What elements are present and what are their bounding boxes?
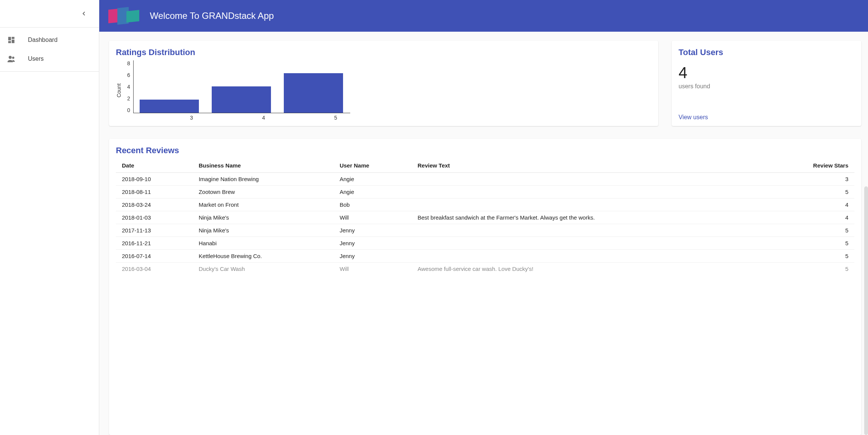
chevron-left-icon: [81, 11, 87, 17]
table-row[interactable]: 2017-11-13Ninja Mike'sJenny5: [116, 224, 854, 237]
sidebar-item-users[interactable]: Users: [0, 49, 99, 68]
table-cell: Imagine Nation Brewing: [192, 173, 333, 186]
svg-rect-1: [12, 37, 14, 39]
table-cell: Jenny: [334, 224, 412, 237]
app-root: Dashboard Users Welcome To GRANDstack Ap…: [0, 0, 868, 435]
table-cell: Hanabi: [192, 237, 333, 250]
table-cell: 2018-09-10: [116, 173, 192, 186]
col-stars[interactable]: Review Stars: [766, 158, 854, 173]
users-icon: [7, 54, 16, 63]
table-cell: Ducky's Car Wash: [192, 263, 333, 275]
card-title: Total Users: [679, 48, 854, 57]
table-row[interactable]: 2016-03-04Ducky's Car WashWillAwesome fu…: [116, 263, 854, 275]
table-cell: Best breakfast sandwich at the Farmer's …: [412, 211, 766, 224]
table-cell: Market on Front: [192, 198, 333, 211]
ytick: 6: [127, 72, 130, 78]
xtick: 3: [162, 115, 221, 121]
card-title: Ratings Distribution: [116, 48, 651, 57]
table-cell: 2018-03-24: [116, 198, 192, 211]
xtick: 5: [306, 115, 365, 121]
main: Welcome To GRANDstack App Ratings Distri…: [99, 0, 868, 435]
table-cell: 2016-03-04: [116, 263, 192, 275]
chart-yaxis: 8 6 4 2 0: [127, 60, 133, 113]
table-cell: [412, 224, 766, 237]
chart-plot-area: [133, 60, 350, 113]
sidebar-item-label: Users: [28, 55, 44, 62]
table-cell: [412, 237, 766, 250]
table-cell: Zootown Brew: [192, 186, 333, 198]
table-cell: Will: [334, 211, 412, 224]
ratings-chart: Count 8 6 4 2 0 345: [116, 60, 651, 121]
table-cell: 5: [766, 237, 854, 250]
content-area: Ratings Distribution Count 8 6 4 2 0 34: [99, 32, 868, 435]
table-row[interactable]: 2016-07-14KettleHouse Brewing Co.Jenny5: [116, 250, 854, 263]
table-cell: 2016-07-14: [116, 250, 192, 263]
chart-bar: [212, 86, 271, 113]
table-row[interactable]: 2018-03-24Market on FrontBob4: [116, 198, 854, 211]
table-cell: Angie: [334, 173, 412, 186]
table-cell: [412, 250, 766, 263]
total-users-card: Total Users 4 users found View users: [672, 41, 861, 126]
svg-rect-0: [8, 37, 11, 40]
table-cell: 5: [766, 224, 854, 237]
page-title: Welcome To GRANDstack App: [150, 11, 274, 21]
dashboard-icon: [7, 35, 16, 45]
sidebar-nav: Dashboard Users: [0, 28, 99, 72]
table-cell: 2018-08-11: [116, 186, 192, 198]
app-header: Welcome To GRANDstack App: [99, 0, 868, 32]
ratings-distribution-card: Ratings Distribution Count 8 6 4 2 0 34: [109, 41, 658, 126]
ytick: 0: [127, 107, 130, 113]
table-cell: Awesome full-service car wash. Love Duck…: [412, 263, 766, 275]
table-cell: Jenny: [334, 237, 412, 250]
ytick: 2: [127, 95, 130, 101]
table-cell: [412, 198, 766, 211]
recent-reviews-card: Recent Reviews Date Business Name User N…: [109, 139, 861, 435]
chart-ylabel: Count: [116, 83, 122, 97]
chart-bar: [284, 73, 343, 113]
col-business[interactable]: Business Name: [192, 158, 333, 173]
app-logo: [108, 7, 141, 25]
table-row[interactable]: 2018-01-03Ninja Mike'sWillBest breakfast…: [116, 211, 854, 224]
table-cell: Will: [334, 263, 412, 275]
table-cell: [412, 186, 766, 198]
table-cell: 3: [766, 173, 854, 186]
top-row: Ratings Distribution Count 8 6 4 2 0 34: [109, 41, 861, 126]
chart-bar: [140, 100, 199, 113]
sidebar-header: [0, 0, 99, 28]
table-cell: 4: [766, 198, 854, 211]
total-users-value: 4: [679, 64, 854, 81]
table-row[interactable]: 2016-11-21HanabiJenny5: [116, 237, 854, 250]
col-text[interactable]: Review Text: [412, 158, 766, 173]
col-user[interactable]: User Name: [334, 158, 412, 173]
table-cell: 5: [766, 250, 854, 263]
table-cell: KettleHouse Brewing Co.: [192, 250, 333, 263]
ytick: 4: [127, 84, 130, 90]
card-title: Recent Reviews: [116, 146, 854, 155]
table-cell: 5: [766, 263, 854, 275]
svg-point-5: [12, 57, 14, 59]
scrollbar[interactable]: [864, 186, 868, 435]
table-row[interactable]: 2018-08-11Zootown BrewAngie5: [116, 186, 854, 198]
ytick: 8: [127, 60, 130, 66]
table-cell: Jenny: [334, 250, 412, 263]
svg-rect-3: [8, 41, 11, 43]
table-row[interactable]: 2018-09-10Imagine Nation BrewingAngie3: [116, 173, 854, 186]
sidebar-item-label: Dashboard: [28, 37, 57, 43]
view-users-link[interactable]: View users: [679, 91, 854, 121]
table-cell: 2016-11-21: [116, 237, 192, 250]
table-cell: 5: [766, 186, 854, 198]
sidebar: Dashboard Users: [0, 0, 99, 435]
table-cell: 2018-01-03: [116, 211, 192, 224]
svg-point-4: [9, 56, 12, 59]
table-cell: [412, 173, 766, 186]
total-users-subtext: users found: [679, 83, 854, 90]
table-cell: Ninja Mike's: [192, 224, 333, 237]
table-header-row: Date Business Name User Name Review Text…: [116, 158, 854, 173]
table-cell: 2017-11-13: [116, 224, 192, 237]
collapse-sidebar-button[interactable]: [79, 9, 88, 18]
sidebar-item-dashboard[interactable]: Dashboard: [0, 31, 99, 49]
chart-xaxis: 345: [156, 115, 373, 121]
col-date[interactable]: Date: [116, 158, 192, 173]
svg-rect-2: [12, 40, 14, 43]
table-cell: 4: [766, 211, 854, 224]
